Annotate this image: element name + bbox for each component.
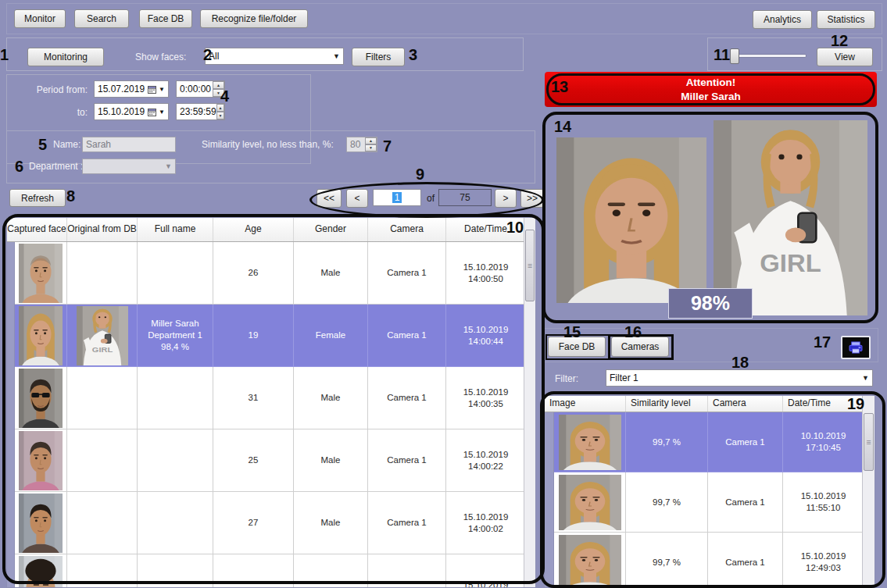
annotation-number-9: 9 (416, 166, 424, 184)
page-number-field[interactable]: 1 (373, 189, 421, 206)
main-table-column-header[interactable]: Gender (294, 218, 368, 241)
period-to-date-field[interactable]: 15.10.2019 ▼ (94, 103, 169, 120)
statistics-button[interactable]: Statistics (817, 10, 875, 29)
matches-table-column-header[interactable]: Camera (708, 396, 783, 412)
captured-face-cell (15, 305, 67, 367)
matches-table-scrollbar[interactable]: ☰ (862, 396, 874, 587)
calendar-icon[interactable] (148, 108, 156, 116)
gender-cell: Male (294, 367, 368, 429)
camera-cell: Camera 1 (368, 367, 446, 429)
datetime-cell: 15.10.201914:00:44 (446, 305, 526, 367)
chevron-down-icon[interactable]: ▼ (159, 86, 165, 93)
similarity-spinner[interactable]: ▲▼ (365, 137, 377, 151)
match-row[interactable]: 99,7 %Camera 115.10.201911:55:10 (545, 472, 874, 533)
match-row[interactable]: 99,7 %Camera 115.10.201912:49:03 (545, 533, 874, 588)
search-tab-button[interactable]: Search (74, 9, 129, 28)
age-cell: 31 (213, 367, 294, 429)
filter-dropdown[interactable]: Filter 1 ▼ (606, 369, 873, 387)
view-button[interactable]: View (817, 48, 873, 66)
monitoring-button[interactable]: Monitoring (27, 48, 104, 66)
facedb-tab-button[interactable]: Face DB (139, 9, 192, 28)
annotation-number-2: 2 (203, 46, 212, 64)
captured-face-row[interactable]: 25MaleCamera 115.10.201914:00:22 (7, 429, 535, 492)
matches-table-column-header[interactable]: Image (545, 396, 626, 412)
captured-face-row[interactable]: 31MaleCamera 115.10.201914:00:35 (7, 367, 535, 429)
original-from-db-cell: GIRL (67, 305, 138, 367)
page-last-label: >> (527, 193, 538, 204)
main-table-column-header[interactable]: Full name (138, 218, 213, 241)
main-table-column-header[interactable]: Captured face (7, 218, 67, 241)
annotation-number-13: 13 (551, 78, 568, 96)
main-table-column-header[interactable]: Age (213, 218, 294, 241)
gender-cell: Male (294, 429, 368, 492)
match-image-cell (554, 412, 626, 472)
recognize-file-folder-button[interactable]: Recognize file/folder (200, 9, 308, 28)
monitor-tab-button[interactable]: Monitor (14, 9, 66, 28)
match-row[interactable]: 99,7 %Camera 110.10.201917:10:45 (545, 412, 874, 472)
analytics-button[interactable]: Analytics (753, 10, 812, 29)
camera-cell: Camera 1 (368, 429, 446, 492)
datetime-cell: 15.10.201914:00:50 (446, 242, 526, 305)
filter-value: Filter 1 (610, 372, 638, 383)
main-table-column-header[interactable]: Original from DB (67, 218, 138, 241)
spin-down-icon[interactable]: ▼ (365, 144, 377, 151)
period-from-time-field[interactable]: 0:00:00 ▲▼ (176, 80, 225, 98)
page-next-label: > (503, 193, 508, 204)
printer-icon (847, 341, 864, 354)
captured-face-row[interactable]: GIRLMiller SarahDepartment 198,4 %19Fema… (7, 305, 535, 367)
page-next-button[interactable]: > (495, 189, 517, 208)
main-table-scrollbar[interactable]: ☰ (524, 218, 535, 587)
time-spinner[interactable]: ▲▼ (216, 104, 224, 119)
matches-table-column-header[interactable]: Similarity level (626, 396, 708, 412)
captured-faces-table: Captured faceOriginal from DBFull nameAg… (6, 217, 536, 588)
main-table-scrollbar-thumb[interactable]: ☰ (525, 230, 535, 301)
match-image-cell (554, 472, 626, 533)
page-first-button[interactable]: << (317, 189, 342, 208)
filter-label: Filter: (555, 373, 578, 384)
page-prev-button[interactable]: < (346, 189, 368, 208)
row-header-strip (7, 367, 15, 429)
page-prev-label: < (354, 193, 359, 204)
gender-cell: Male (294, 492, 368, 554)
zoom-slider-track[interactable] (735, 54, 807, 58)
print-button[interactable] (841, 336, 871, 359)
similarity-field[interactable]: 80 ▲▼ (346, 137, 377, 152)
match-percent-badge: 98% (668, 288, 753, 319)
department-dropdown[interactable]: ▼ (82, 159, 176, 174)
chevron-down-icon[interactable]: ▼ (159, 109, 165, 116)
captured-face-row[interactable]: 26MaleCamera 115.10.201914:00:50 (7, 242, 535, 305)
annotation-number-12: 12 (831, 32, 848, 50)
annotation-number-6: 6 (15, 158, 23, 176)
spin-up-icon[interactable]: ▲ (365, 137, 377, 144)
name-field[interactable]: Sarah (82, 137, 176, 152)
calendar-icon[interactable] (148, 85, 156, 94)
spin-down-icon[interactable]: ▼ (216, 112, 224, 119)
row-header-strip (7, 429, 15, 492)
monitor-tab-label: Monitor (24, 13, 55, 24)
matches-table-scrollbar-thumb[interactable]: ☰ (864, 413, 874, 471)
refresh-button[interactable]: Refresh (9, 189, 66, 207)
original-from-db-cell (67, 492, 138, 554)
datetime-cell: 15.10.201914:00:02 (446, 492, 526, 554)
datetime-cell: 15.10.2019 (446, 554, 526, 588)
show-faces-dropdown[interactable]: All ▼ (205, 48, 344, 65)
annotation-number-1: 1 (0, 46, 9, 64)
main-table-column-header[interactable]: Camera (368, 218, 446, 241)
period-to-time-field[interactable]: 23:59:59 ▲▼ (176, 103, 225, 120)
camera-cell: Camera 1 (368, 305, 446, 367)
page-number-value: 1 (392, 192, 402, 203)
database-face-photo: GIRL (714, 120, 867, 315)
period-from-date-field[interactable]: 15.07.2019 ▼ (94, 80, 169, 98)
full-name-cell (138, 429, 213, 492)
original-from-db-cell (67, 429, 138, 492)
row-header-strip (545, 533, 554, 588)
captured-face-row[interactable]: 27MaleCamera 115.10.201914:00:02 (7, 492, 535, 554)
filters-button[interactable]: Filters (352, 48, 405, 66)
full-name-cell (138, 492, 213, 554)
page-last-button[interactable]: >> (520, 189, 544, 208)
zoom-slider-thumb[interactable] (730, 48, 739, 64)
captured-face-row[interactable]: 15.10.2019 (7, 554, 535, 588)
gender-cell: Female (294, 305, 368, 367)
annotation-number-7: 7 (383, 137, 392, 155)
age-cell (213, 554, 294, 588)
